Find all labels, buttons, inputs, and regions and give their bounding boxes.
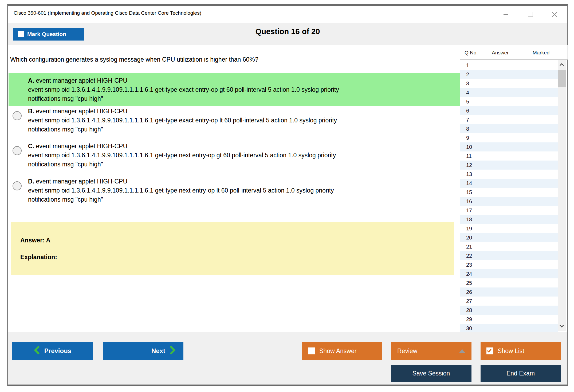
question-list-row[interactable]: 2 [460,70,558,79]
option-line2: event snmp oid 1.3.6.1.4.1.9.9.109.1.1.1… [28,186,434,195]
option-line3: notifications msg "cpu high" [28,94,434,103]
option-letter: C. [28,143,34,150]
save-session-label: Save Session [412,370,450,377]
question-list-row[interactable]: 13 [460,170,558,179]
answer-label: Answer: A [20,237,50,244]
question-list-row[interactable]: 21 [460,242,558,251]
option-d[interactable]: D. event manager applet HIGH-CPU event s… [9,177,462,204]
option-line1: event manager applet HIGH-CPU [36,77,127,84]
question-list-row[interactable]: 20 [460,233,558,242]
question-list-row[interactable]: 7 [460,115,558,124]
option-letter: A. [28,77,34,84]
question-list-row[interactable]: 1 [460,61,558,70]
option-line2: event snmp oid 1.3.6.1.4.1.9.9.109.1.1.1… [28,116,434,125]
review-label: Review [397,347,417,355]
close-icon [551,11,558,18]
question-number: 7 [466,117,469,123]
question-number: 16 [466,198,472,205]
next-label: Next [151,347,165,355]
question-list-header: Q No. Answer Marked [460,45,568,60]
minimize-button[interactable] [501,9,511,20]
question-list-row[interactable]: 19 [460,224,558,233]
question-number: 6 [466,108,469,114]
show-answer-button[interactable]: Show Answer [302,342,382,360]
chevron-up-icon [559,62,564,67]
end-exam-label: End Exam [506,370,535,377]
question-number: 2 [466,71,469,78]
option-line1: event manager applet HIGH-CPU [36,143,127,150]
title-bar[interactable]: Cisco 350-601 (Implementing and Operatin… [8,6,567,23]
question-list-row[interactable]: 22 [460,251,558,260]
question-number: 29 [466,316,472,322]
question-list-row[interactable]: 8 [460,124,558,133]
desktop: Cisco 350-601 (Implementing and Operatin… [0,0,574,392]
maximize-icon [527,11,534,18]
next-button[interactable]: Next [103,342,183,360]
chevron-left-icon [34,346,40,356]
question-list-row[interactable]: 15 [460,188,558,197]
maximize-button[interactable] [525,9,536,20]
triangle-up-icon [459,349,465,353]
save-session-button[interactable]: Save Session [391,365,471,382]
question-number: 8 [466,126,469,132]
minimize-icon [502,11,510,18]
column-qno: Q No. [465,50,478,56]
question-number: 24 [466,271,472,277]
question-list-row[interactable]: 26 [460,287,558,297]
question-list-row[interactable]: 30 [460,324,558,333]
question-number: 3 [466,81,469,87]
question-list-row[interactable]: 17 [460,206,558,215]
previous-button[interactable]: Previous [12,342,93,360]
close-button[interactable] [549,9,560,20]
show-answer-label: Show Answer [319,347,356,355]
show-answer-checkbox[interactable] [308,347,315,354]
end-exam-button[interactable]: End Exam [481,365,561,382]
question-number: 26 [466,289,472,295]
question-list-row[interactable]: 14 [460,179,558,188]
question-list-row[interactable]: 25 [460,278,558,287]
question-list-row[interactable]: 28 [460,306,558,315]
column-marked: Marked [533,50,549,56]
question-list-row[interactable]: 6 [460,106,558,115]
question-number: 14 [466,180,472,186]
question-list-row[interactable]: 4 [460,88,558,97]
show-list-button[interactable]: Show List [481,342,561,360]
explanation-label: Explanation: [20,254,57,261]
question-number: 28 [466,307,472,313]
question-list-row[interactable]: 3 [460,79,558,88]
question-list-row[interactable]: 18 [460,215,558,224]
question-list-row[interactable]: 29 [460,315,558,324]
question-number: 23 [466,262,472,268]
question-list-row[interactable]: 23 [460,260,558,269]
header-band: Mark Question Question 16 of 20 [8,23,567,45]
question-number: 9 [466,135,469,141]
option-line3: notifications msg "cpu high" [28,125,434,134]
option-letter: B. [28,108,34,115]
scroll-down-button[interactable] [558,322,566,331]
question-number: 11 [466,153,472,159]
scroll-up-button[interactable] [558,60,566,69]
question-number: 22 [466,253,472,259]
question-list-row[interactable]: 9 [460,133,558,142]
question-list-scrollbar[interactable] [558,60,566,331]
show-list-checkbox[interactable] [486,347,493,354]
scrollbar-thumb[interactable] [558,70,566,87]
question-list-row[interactable]: 12 [460,161,558,170]
question-number: 4 [466,90,469,96]
question-number: 15 [466,189,472,195]
option-a[interactable]: A. event manager applet HIGH-CPU event s… [9,73,462,106]
question-number: 13 [466,171,472,177]
question-list-row[interactable]: 27 [460,297,558,306]
question-list-row[interactable]: 5 [460,97,558,106]
question-list-row[interactable]: 10 [460,142,558,151]
question-number: 12 [466,162,472,168]
answer-box: Answer: A Explanation: [11,222,454,275]
question-list-row[interactable]: 24 [460,269,558,278]
option-c[interactable]: C. event manager applet HIGH-CPU event s… [9,142,462,169]
option-b[interactable]: B. event manager applet HIGH-CPU event s… [9,107,462,134]
window-title: Cisco 350-601 (Implementing and Operatin… [14,10,201,16]
question-list-row[interactable]: 11 [460,151,558,161]
review-button[interactable]: Review [391,342,471,360]
question-list-row[interactable]: 16 [460,197,558,206]
question-number: 21 [466,244,472,250]
